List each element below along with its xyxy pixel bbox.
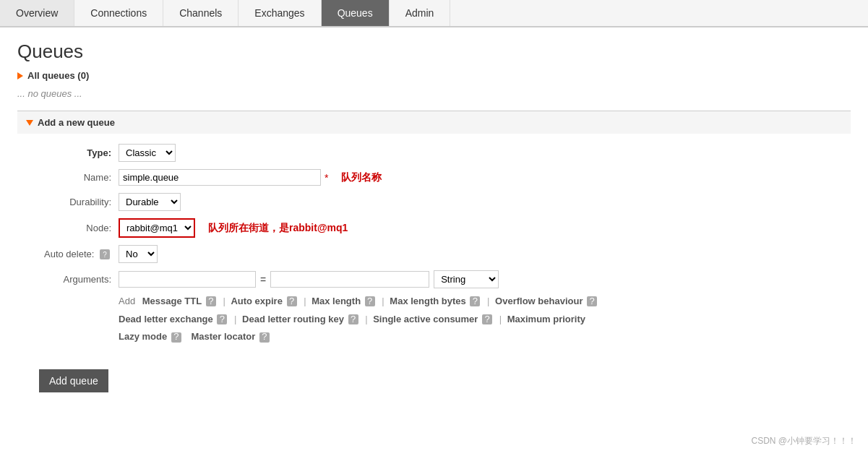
arguments-row: Arguments: = String Number Boolean — [39, 270, 842, 288]
name-input[interactable] — [119, 169, 321, 186]
nav-queues[interactable]: Queues — [322, 0, 390, 26]
arguments-label: Arguments: — [39, 274, 119, 285]
all-queues-toggle[interactable]: All queues (0) — [17, 70, 851, 81]
arg-dead-letter-exchange[interactable]: Dead letter exchange — [119, 314, 213, 324]
auto-delete-help[interactable]: ? — [100, 249, 110, 259]
collapse-icon — [17, 72, 23, 79]
auto-delete-row: Auto delete: ? No Yes — [39, 245, 842, 263]
dead-letter-routing-key-help[interactable]: ? — [348, 314, 358, 324]
add-queue-button[interactable]: Add queue — [39, 369, 108, 392]
nav-admin[interactable]: Admin — [390, 0, 451, 26]
node-select[interactable]: rabbit@mq1 — [119, 218, 195, 238]
arg-master-locator[interactable]: Master locator — [191, 331, 255, 342]
single-active-consumer-help[interactable]: ? — [482, 314, 492, 324]
arg-max-length-bytes[interactable]: Max length bytes — [390, 296, 465, 306]
type-row: Type: Classic Quorum Stream — [39, 144, 842, 162]
add-label: Add — [119, 296, 135, 306]
arguments-type-select[interactable]: String Number Boolean — [434, 270, 499, 288]
auto-delete-select[interactable]: No Yes — [119, 245, 158, 263]
expand-icon — [26, 120, 33, 126]
nav-exchanges[interactable]: Exchanges — [239, 0, 321, 26]
arguments-value-input[interactable] — [270, 271, 429, 288]
no-queues-text: ... no queues ... — [17, 88, 851, 99]
arguments-key-input[interactable] — [119, 271, 256, 288]
arg-lazy-mode[interactable]: Lazy mode — [119, 331, 167, 342]
required-star: * — [325, 172, 328, 184]
type-label: Type: — [39, 147, 119, 158]
type-select[interactable]: Classic Quorum Stream — [119, 144, 176, 162]
node-annotation: 队列所在街道，是rabbit@mq1 — [208, 222, 348, 235]
auto-expire-help[interactable]: ? — [287, 296, 297, 306]
queue-name-annotation: 队列名称 — [341, 171, 382, 184]
argument-links: Add Message TTL ? | Auto expire ? | Max … — [119, 293, 842, 346]
all-queues-section: All queues (0) — [17, 70, 851, 81]
add-queue-section: Add a new queue — [17, 111, 851, 134]
arg-auto-expire[interactable]: Auto expire — [231, 296, 283, 306]
dead-letter-exchange-help[interactable]: ? — [217, 314, 227, 324]
durability-row: Durability: Durable Transient — [39, 193, 842, 211]
arg-message-ttl[interactable]: Message TTL — [142, 296, 202, 306]
arg-maximum-priority[interactable]: Maximum priority — [507, 314, 585, 324]
auto-delete-label: Auto delete: ? — [39, 249, 119, 260]
arg-dead-letter-routing-key[interactable]: Dead letter routing key — [242, 314, 344, 324]
add-queue-header-label: Add a new queue — [38, 117, 115, 128]
nav-channels[interactable]: Channels — [163, 0, 239, 26]
name-label: Name: — [39, 172, 119, 183]
name-row: Name: * 队列名称 — [39, 169, 842, 186]
eq-sign: = — [260, 274, 266, 285]
all-queues-label: All queues (0) — [27, 70, 89, 81]
arg-single-active-consumer[interactable]: Single active consumer — [373, 314, 478, 324]
master-locator-help[interactable]: ? — [259, 332, 270, 343]
page-content: Queues All queues (0) ... no queues ... … — [0, 27, 868, 408]
add-queue-button-row: Add queue — [39, 358, 842, 392]
nav-connections[interactable]: Connections — [74, 0, 163, 26]
durability-label: Durability: — [39, 197, 119, 207]
page-title: Queues — [17, 40, 851, 63]
max-length-bytes-help[interactable]: ? — [470, 296, 480, 306]
arg-overflow-behaviour[interactable]: Overflow behaviour — [495, 296, 583, 306]
nav-overview[interactable]: Overview — [0, 0, 74, 26]
node-label: Node: — [39, 223, 119, 233]
overflow-behaviour-help[interactable]: ? — [587, 296, 597, 306]
add-queue-header[interactable]: Add a new queue — [26, 117, 842, 128]
max-length-help[interactable]: ? — [365, 296, 375, 306]
durability-select[interactable]: Durable Transient — [119, 193, 181, 211]
form-body: Type: Classic Quorum Stream Name: * 队列名称… — [17, 134, 851, 395]
lazy-mode-help[interactable]: ? — [171, 332, 181, 343]
message-ttl-help[interactable]: ? — [206, 296, 216, 306]
node-row: Node: rabbit@mq1 队列所在街道，是rabbit@mq1 — [39, 218, 842, 238]
arg-max-length[interactable]: Max length — [311, 296, 361, 306]
top-nav: Overview Connections Channels Exchanges … — [0, 0, 868, 27]
